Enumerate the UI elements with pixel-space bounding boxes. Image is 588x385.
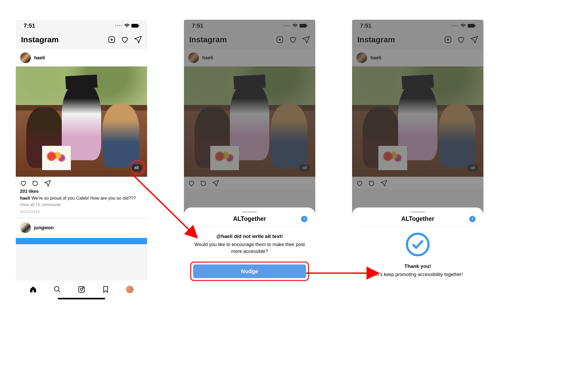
sheet-message: Thank you! Let's keep promoting accessib… (358, 263, 477, 278)
status-time: 7:51 (24, 22, 35, 29)
caption-username[interactable]: haeli (20, 196, 30, 201)
sheet-handle[interactable] (410, 211, 425, 213)
post-header[interactable]: jungwon (16, 219, 147, 236)
comment-icon[interactable] (32, 180, 39, 187)
svg-line-6 (58, 290, 60, 292)
sheet-header: ALTogether i (190, 215, 309, 226)
like-icon[interactable] (188, 180, 195, 187)
cellular-icon: •••• (451, 24, 459, 28)
svg-rect-0 (131, 24, 138, 28)
post-action-bar (16, 177, 147, 189)
next-post: jungwon (16, 219, 147, 244)
like-icon[interactable] (356, 180, 363, 187)
post-image-preview[interactable] (16, 238, 147, 244)
post-date: 01/01/2018 (16, 209, 147, 217)
sheet-header: ALTogether i (358, 215, 477, 226)
wifi-icon (460, 24, 466, 28)
status-bar: 7:51 •••• (184, 20, 315, 32)
app-logo: Instagram (357, 35, 395, 44)
avatar[interactable] (20, 52, 31, 63)
share-icon[interactable] (380, 180, 387, 187)
activity-heart-icon[interactable] (121, 36, 129, 44)
post-username[interactable]: haeli (370, 55, 381, 61)
comment-icon[interactable] (200, 180, 207, 187)
thanks-body: Let's keep promoting accessibility toget… (373, 272, 463, 277)
wifi-icon (124, 24, 130, 28)
messages-icon[interactable] (134, 36, 142, 44)
add-post-icon[interactable] (444, 36, 452, 44)
add-post-icon[interactable] (276, 36, 284, 44)
svg-rect-16 (475, 25, 476, 27)
svg-rect-11 (307, 25, 307, 27)
activity-heart-icon[interactable] (457, 36, 465, 44)
status-time: 7:51 (192, 22, 203, 29)
post-header[interactable]: haeli (184, 49, 315, 66)
altogether-sheet: ALTogether i Thank you! Let's keep promo… (352, 207, 483, 302)
home-icon[interactable] (29, 285, 37, 293)
status-time: 7:51 (360, 22, 372, 29)
share-icon[interactable] (44, 180, 51, 187)
info-icon[interactable]: i (469, 216, 476, 222)
status-bar: 7:51 •••• (352, 20, 483, 32)
svg-rect-10 (300, 24, 306, 28)
wifi-icon (292, 24, 298, 28)
thanks-heading: Thank you! (358, 263, 477, 270)
home-indicator (58, 298, 105, 299)
phone-screen-feed: 7:51 •••• Instagram haeli (16, 20, 147, 302)
like-icon[interactable] (20, 180, 27, 187)
nudge-button-highlight: Nudge (190, 262, 309, 281)
post: haeli alt 201 likes haeli We're so proud… (16, 49, 147, 217)
post: haeli alt (352, 49, 483, 189)
alt-badge[interactable]: alt (467, 164, 478, 171)
nudge-button[interactable]: Nudge (193, 264, 306, 278)
phone-screen-nudge-prompt: 7:51 •••• Instagram haeli (184, 20, 315, 302)
saved-icon[interactable] (102, 285, 110, 293)
svg-rect-1 (138, 25, 139, 27)
info-icon[interactable]: i (301, 216, 307, 222)
profile-avatar-icon[interactable] (126, 285, 134, 293)
search-icon[interactable] (53, 285, 61, 293)
post-image[interactable]: alt (16, 66, 147, 177)
avatar[interactable] (356, 52, 367, 63)
likes-count[interactable]: 201 likes (16, 189, 147, 196)
post-username[interactable]: haeli (34, 55, 45, 61)
messages-icon[interactable] (302, 36, 310, 44)
sheet-message: @haeli did not write alt text! Would you… (190, 233, 309, 255)
post-username[interactable]: haeli (202, 55, 213, 61)
svg-point-8 (80, 288, 83, 291)
cellular-icon: •••• (283, 24, 291, 28)
post-image[interactable]: alt (184, 66, 315, 177)
app-logo: Instagram (21, 35, 59, 44)
cellular-icon: •••• (115, 24, 122, 28)
app-header: Instagram (184, 32, 315, 48)
nudge-body: Would you like to encourage them to make… (194, 242, 305, 254)
sheet-title: ALTogether (401, 215, 434, 222)
post: haeli alt (184, 49, 315, 189)
avatar[interactable] (20, 222, 31, 233)
reels-icon[interactable] (78, 285, 85, 293)
messages-icon[interactable] (470, 36, 478, 44)
post-image[interactable]: alt (352, 66, 483, 177)
avatar[interactable] (188, 52, 199, 63)
view-comments-link[interactable]: View all 15 comments (16, 202, 147, 209)
status-icons: •••• (283, 24, 307, 28)
add-post-icon[interactable] (108, 36, 116, 44)
alt-badge[interactable]: alt (299, 164, 310, 171)
post-username[interactable]: jungwon (34, 225, 54, 231)
app-header: Instagram (16, 32, 147, 48)
sheet-handle[interactable] (242, 211, 257, 213)
comment-icon[interactable] (368, 180, 375, 187)
sheet-title: ALTogether (233, 215, 266, 222)
phone-screen-thank-you: 7:51 •••• Instagram haeli (352, 20, 483, 302)
app-logo: Instagram (189, 35, 227, 44)
nudge-heading: @haeli did not write alt text! (190, 233, 309, 240)
activity-heart-icon[interactable] (289, 36, 297, 44)
app-header: Instagram (352, 32, 483, 48)
post-caption: haeli We're so proud of you Caleb! How a… (16, 196, 147, 202)
post-header[interactable]: haeli (16, 49, 147, 66)
altogether-sheet: ALTogether i @haeli did not write alt te… (184, 207, 315, 302)
alt-badge[interactable]: alt (131, 164, 142, 171)
post-header[interactable]: haeli (352, 49, 483, 66)
share-icon[interactable] (212, 180, 219, 187)
success-check-icon (406, 233, 430, 256)
